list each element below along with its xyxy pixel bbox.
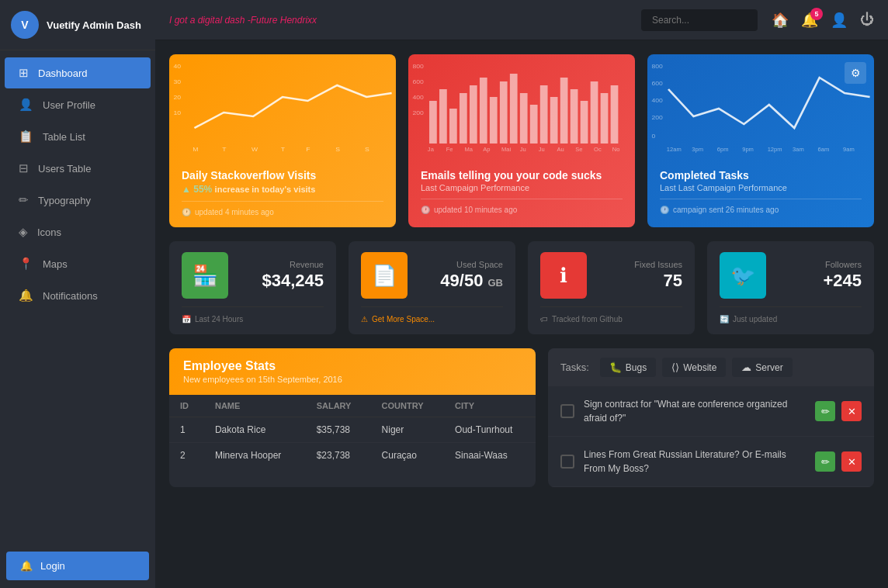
svg-text:10: 10 (173, 109, 181, 116)
sidebar-item-notifications[interactable]: 🔔 Notifications (5, 280, 151, 311)
svg-rect-18 (460, 93, 467, 144)
svg-rect-16 (439, 89, 447, 144)
task-delete-button-1[interactable]: ✕ (841, 451, 862, 472)
tasks-header: Tasks: 🐛 Bugs ⟨⟩ Website ☁ Server (548, 348, 874, 386)
table-list-icon: 📋 (19, 130, 33, 144)
topbar-icons: 🏠 🔔 5 👤 ⏻ (772, 12, 874, 29)
calendar-icon: 📅 (182, 315, 191, 323)
task-delete-button-0[interactable]: ✕ (841, 401, 862, 421)
sidebar-logo: V (11, 11, 39, 39)
cell-city: Oud-Tunrhout (444, 417, 536, 443)
issues-value: 75 (596, 271, 682, 291)
space-label: Used Space (417, 260, 503, 269)
svg-text:600: 600 (412, 78, 424, 85)
sidebar-item-dashboard[interactable]: ⊞ Dashboard (5, 57, 151, 88)
task-edit-button-1[interactable]: ✏ (815, 451, 835, 472)
svg-rect-29 (571, 89, 578, 144)
sidebar-title: Vuetify Admin Dash (47, 19, 141, 31)
tab-server[interactable]: ☁ Server (732, 358, 792, 377)
search-input[interactable] (641, 9, 758, 31)
svg-text:200: 200 (651, 113, 663, 121)
followers-card: 🐦 Followers +245 🔄 Just updated (707, 241, 874, 334)
fixed-issues-card: ℹ Fixed Issues 75 🏷 Tracked from Github (528, 241, 695, 334)
typography-icon: ✏ (19, 193, 29, 207)
icons-icon: ◈ (19, 225, 28, 239)
sidebar-item-table-list[interactable]: 📋 Table List (5, 121, 151, 152)
warning-icon: ⚠ (361, 315, 368, 323)
clock-icon: 🕐 (182, 208, 191, 216)
tab-website[interactable]: ⟨⟩ Website (662, 358, 726, 377)
tag-icon: 🏷 (540, 315, 548, 323)
task-actions-1: ✏ ✕ (815, 451, 862, 472)
task-checkbox-1[interactable] (560, 455, 574, 469)
tab-bugs[interactable]: 🐛 Bugs (600, 358, 656, 377)
svg-text:9am: 9am (843, 146, 855, 153)
tab-website-label: Website (683, 362, 716, 373)
card-footer-stackoverflow: 🕐 updated 4 minutes ago (182, 208, 383, 216)
svg-rect-27 (550, 97, 558, 144)
dashboard-icon: ⊞ (19, 66, 29, 80)
settings-button[interactable]: ⚙ (845, 62, 866, 84)
cell-country: Niger (371, 417, 445, 443)
employee-title: Employee Stats (183, 359, 522, 373)
user-icon[interactable]: 👤 (831, 12, 848, 29)
space-footer: ⚠ Get More Space... (361, 315, 503, 323)
code-icon: ⟨⟩ (671, 361, 679, 373)
followers-footer: 🔄 Just updated (720, 315, 862, 323)
sidebar-item-maps[interactable]: 📍 Maps (5, 248, 151, 279)
card-subtitle-tasks: Last Last Campaign Performance (660, 183, 862, 192)
table-row: 2 Minerva Hooper $23,738 Curaçao Sinaai-… (169, 443, 536, 469)
employee-table: ID Name Salary Country City 1 Dakota Ric… (169, 395, 536, 468)
task-checkbox-0[interactable] (560, 404, 574, 418)
svg-text:12am: 12am (667, 146, 682, 153)
search-wrapper (641, 9, 758, 31)
task-text-0: Sign contract for "What are conference o… (584, 397, 806, 425)
svg-text:Ju: Ju (539, 146, 545, 153)
issues-icon: ℹ (540, 252, 587, 299)
followers-value: +245 (775, 271, 862, 291)
col-country: Country (371, 395, 445, 417)
table-row: 1 Dakota Rice $35,738 Niger Oud-Tunrhout (169, 417, 536, 443)
login-label: Login (40, 560, 65, 572)
login-button[interactable]: 🔔 Login (6, 552, 149, 580)
tab-server-label: Server (755, 362, 782, 373)
issues-footer: 🏷 Tracked from Github (540, 315, 682, 323)
svg-text:Se: Se (575, 146, 582, 153)
svg-rect-28 (560, 78, 568, 144)
used-space-card: 📄 Used Space 49/50 GB ⚠ Get More Space..… (349, 241, 515, 334)
tab-bugs-label: Bugs (626, 362, 647, 373)
chart-cards-row: 40 30 20 10 M T W T F S S Daily Stackove… (169, 54, 874, 227)
clock-icon-2: 🕐 (421, 206, 430, 214)
sidebar-item-icons[interactable]: ◈ Icons (5, 216, 151, 247)
svg-text:M: M (193, 145, 198, 153)
task-edit-button-0[interactable]: ✏ (815, 401, 835, 421)
card-title-stackoverflow: Daily Stackoverflow Visits (182, 169, 383, 182)
completed-tasks-card: ⚙ 800 600 400 200 0 12am 3pm 6pm 9pm 12p… (647, 54, 874, 227)
tasks-list: Sign contract for "What are conference o… (548, 386, 874, 487)
col-city: City (444, 395, 536, 417)
svg-text:S: S (365, 145, 369, 153)
task-actions-0: ✏ ✕ (815, 401, 862, 421)
card-title-emails: Emails telling you your code sucks (421, 169, 623, 182)
cell-name: Dakota Rice (204, 417, 306, 443)
task-item: Sign contract for "What are conference o… (548, 386, 874, 437)
sidebar-item-typography[interactable]: ✏ Typography (5, 185, 151, 216)
sidebar-label-users-table: Users Table (38, 163, 91, 175)
svg-text:Ju: Ju (520, 146, 526, 153)
cell-id: 2 (169, 443, 204, 469)
card-footer-tasks: 🕐 campaign sent 26 minutes ago (660, 206, 862, 214)
page-content: 40 30 20 10 M T W T F S S Daily Stackove… (155, 40, 888, 501)
space-value: 49/50 GB (417, 271, 503, 291)
table-header-row: ID Name Salary Country City (169, 395, 536, 417)
notifications-icon[interactable]: 🔔 5 (801, 12, 818, 29)
svg-rect-22 (500, 81, 508, 144)
svg-text:400: 400 (412, 93, 424, 101)
power-icon[interactable]: ⏻ (860, 12, 874, 28)
sidebar-item-user-profile[interactable]: 👤 User Profile (5, 89, 151, 120)
card-title-tasks: Completed Tasks (660, 169, 862, 182)
sidebar-label-table-list: Table List (43, 131, 85, 143)
sidebar-item-users-table[interactable]: ⊟ Users Table (5, 153, 151, 184)
home-icon[interactable]: 🏠 (772, 12, 789, 29)
bug-icon: 🐛 (609, 361, 622, 373)
stat-cards-row: 🏪 Revenue $34,245 📅 Last 24 Hours 📄 (169, 241, 874, 334)
